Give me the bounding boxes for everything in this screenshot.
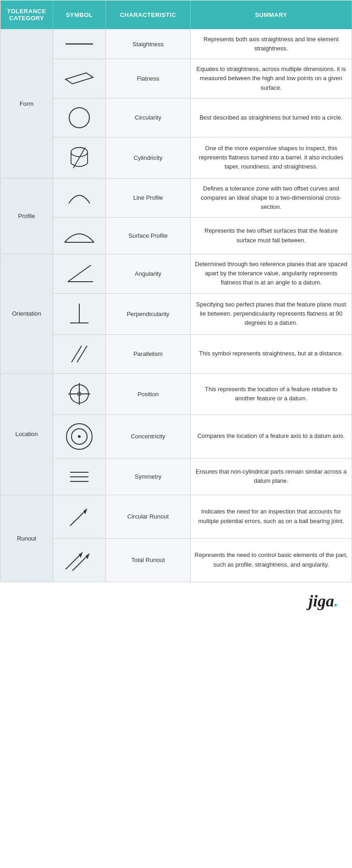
table-row: Profile Line Profile Defines a tolerance… [0, 178, 352, 217]
table-row: Total Runout Represents the need to cont… [0, 538, 352, 582]
table-row: Form Staightness Represents both axis st… [0, 29, 352, 59]
svg-line-8 [68, 265, 91, 282]
table-row: Location Position This represents the lo… [0, 373, 352, 415]
summary-parallelism: This symbol represents straightness, but… [191, 334, 352, 373]
logo-dot: . [334, 592, 338, 610]
symbol-circular-runout [53, 495, 106, 538]
symbol-position [53, 373, 106, 415]
characteristic-perpendicularity: Perpendicularity [106, 293, 191, 334]
header-symbol: SYMBOL [53, 0, 106, 29]
characteristic-symmetry: Symmetry [106, 458, 191, 495]
table-row: Concentricity Compares the location of a… [0, 415, 352, 458]
symbol-parallelism [53, 334, 106, 373]
symbol-angularity [53, 254, 106, 293]
table-row: Runout Circular Runout Indicates the nee… [0, 495, 352, 538]
symbol-cylindricity [53, 137, 106, 178]
symbol-total-runout [53, 538, 106, 582]
summary-cylindricity: One of the more expensive shapes to insp… [191, 137, 352, 178]
summary-flatness: Equates to straightness, across multiple… [191, 59, 352, 98]
symbol-line-profile [53, 178, 106, 217]
table-row: Parallelism This symbol represents strai… [0, 334, 352, 373]
characteristic-straightness: Staightness [106, 29, 191, 59]
summary-concentricity: Compares the location of a feature axis … [191, 415, 352, 458]
svg-point-20 [78, 435, 81, 438]
svg-marker-25 [83, 509, 87, 514]
characteristic-line-profile: Line Profile [106, 178, 191, 217]
summary-perpendicularity: Specifying two perfect planes that the f… [191, 293, 352, 334]
summary-position: This represents the location of a featur… [191, 373, 352, 415]
svg-point-2 [69, 108, 89, 128]
header-category: TOLERANCECATEGORY [0, 0, 53, 29]
svg-line-6 [73, 147, 85, 168]
characteristic-surface-profile: Surface Profile [106, 218, 191, 254]
symbol-straightness [53, 29, 106, 59]
main-table: TOLERANCECATEGORY SYMBOL CHARACTERISTIC … [0, 0, 352, 582]
symbol-circularity [53, 98, 106, 137]
characteristic-concentricity: Concentricity [106, 415, 191, 458]
table-row: Perpendicularity Specifying two perfect … [0, 293, 352, 334]
table-row: Surface Profile Represents the two offse… [0, 218, 352, 254]
symbol-surface-profile [53, 218, 106, 254]
characteristic-flatness: Flatness [106, 59, 191, 98]
characteristic-parallelism: Parallelism [106, 334, 191, 373]
svg-marker-29 [86, 554, 89, 559]
table-row: Orientation Angularity Determined throug… [0, 254, 352, 293]
summary-line-profile: Defines a tolerance zone with two offset… [191, 178, 352, 217]
table-row: Symmetry Ensures that non-cylindrical pa… [0, 458, 352, 495]
characteristic-circular-runout: Circular Runout [106, 495, 191, 538]
category-location: Location [0, 373, 53, 495]
summary-symmetry: Ensures that non-cylindrical parts remai… [191, 458, 352, 495]
category-form: Form [0, 29, 53, 179]
tolerance-table: TOLERANCECATEGORY SYMBOL CHARACTERISTIC … [0, 0, 352, 620]
svg-line-13 [77, 346, 87, 362]
characteristic-circularity: Circularity [106, 98, 191, 137]
header-summary: SUMMARY [191, 0, 352, 29]
table-row: Cylindricity One of the more expensive s… [0, 137, 352, 178]
summary-total-runout: Represents the need to control basic ele… [191, 538, 352, 582]
table-row: Circularity Best described as straightne… [0, 98, 352, 137]
characteristic-cylindricity: Cylindricity [106, 137, 191, 178]
characteristic-position: Position [106, 373, 191, 415]
summary-angularity: Determined through two reference planes … [191, 254, 352, 293]
category-orientation: Orientation [0, 254, 53, 373]
svg-point-3 [71, 147, 88, 157]
svg-marker-27 [79, 552, 82, 558]
category-profile: Profile [0, 178, 53, 254]
symbol-perpendicularity [53, 293, 106, 334]
symbol-concentricity [53, 415, 106, 458]
symbol-flatness [53, 59, 106, 98]
summary-circular-runout: Indicates the need for an inspection tha… [191, 495, 352, 538]
summary-straightness: Represents both axis straightness and li… [191, 29, 352, 59]
jiga-logo: jiga. [308, 592, 338, 610]
summary-circularity: Best described as straightness but turne… [191, 98, 352, 137]
svg-line-12 [72, 346, 82, 362]
header-characteristic: CHARACTERISTIC [106, 0, 191, 29]
category-runout: Runout [0, 495, 53, 582]
symbol-symmetry [53, 458, 106, 495]
summary-surface-profile: Represents the two offset surfaces that … [191, 218, 352, 254]
footer: jiga. [0, 582, 352, 620]
characteristic-angularity: Angularity [106, 254, 191, 293]
table-row: Flatness Equates to straightness, across… [0, 59, 352, 98]
characteristic-total-runout: Total Runout [106, 538, 191, 582]
svg-marker-1 [66, 73, 93, 84]
